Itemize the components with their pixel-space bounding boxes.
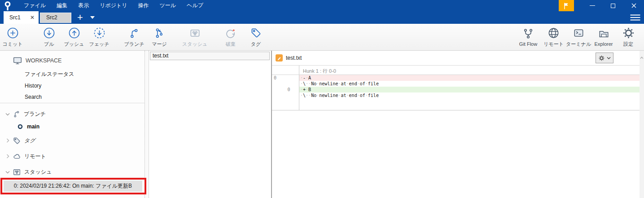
remotes-label: リモート [24,153,46,160]
tag-button[interactable]: タグ [243,24,268,50]
fetch-icon [93,27,105,40]
new-line-number: 0 [285,87,299,92]
sourcetree-logo-icon [3,0,13,11]
chevron-down-icon[interactable] [5,170,10,174]
chevron-down-icon[interactable] [5,112,10,116]
diff-hunk-block: Hunk 1 : 行 0-0 0 0 ·-·A ·\··No·newline·a… [272,66,640,110]
settings-button[interactable]: 設定 [616,24,640,50]
sidebar: WORKSPACE ファイルステータス History Search ブランチ … [0,51,145,198]
menu-repository[interactable]: リポジトリ [94,0,132,11]
stash-button[interactable]: スタッシュ [182,24,207,50]
pull-button[interactable]: プル [36,24,61,50]
tag-icon [13,136,21,145]
tab-src1[interactable]: Src1 ✕ [4,11,39,24]
commit-label: コミット [2,41,22,48]
chevron-right-icon[interactable] [5,154,10,158]
push-label: プッシュ [64,41,84,48]
sidebar-item-search[interactable]: Search [0,92,145,101]
menu-file[interactable]: ファイル [18,0,51,11]
search-label: Search [25,94,42,100]
old-line-number [272,92,285,98]
maximize-button[interactable] [603,0,623,11]
workspace-label: WORKSPACE [26,57,61,64]
minimize-button[interactable] [582,0,603,11]
sidebar-section-stashes[interactable]: スタッシュ [0,167,145,176]
hunk-gutter-spacer [272,66,299,75]
terminal-button[interactable]: ターミナル [566,24,591,50]
fetch-button[interactable]: フェッチ [87,24,112,50]
old-line-number [272,81,285,87]
diff-lines: ·-·A ·\··No·newline·at·end·of·file ·+·B … [299,75,640,110]
old-line-number: 0 [272,75,285,81]
new-line-number [285,75,299,81]
commit-icon [7,27,19,40]
settings-label: 設定 [623,41,633,48]
stash-entry[interactable]: 0: 2024/02/19 21:26:42: On main: ファイル更新B [4,180,142,192]
cloud-icon [13,152,21,161]
close-window-button[interactable] [623,0,644,11]
tab-close-icon[interactable]: ✕ [30,15,35,20]
sidebar-branch-main[interactable]: main [0,122,145,131]
sidebar-splitter[interactable] [145,51,149,198]
notification-flag-button[interactable] [559,0,574,11]
sidebar-section-tags[interactable]: タグ [0,136,145,145]
tags-label: タグ [24,137,35,145]
menu-view[interactable]: 表示 [73,0,94,11]
stash-entry-label: 0: 2024/02/19 21:26:42: On main: ファイル更新B [14,182,132,190]
tab-list-dropdown-icon[interactable] [90,16,95,19]
menu-help[interactable]: ヘルプ [181,0,209,11]
discard-button[interactable]: 破棄 [218,24,243,50]
sidebar-section-branches[interactable]: ブランチ [0,110,145,119]
scroll-up-icon[interactable] [640,53,644,61]
new-line-number [285,92,299,98]
branches-label: ブランチ [24,110,46,118]
sidebar-workspace-header[interactable]: WORKSPACE [0,56,145,65]
menu-edit[interactable]: 編集 [51,0,73,11]
diff-file-header: test.txt [272,51,640,66]
folder-icon [598,27,610,40]
sidebar-item-file-status[interactable]: ファイルステータス [0,70,145,79]
new-tab-button[interactable]: + [77,13,83,22]
tag-label: タグ [251,41,261,48]
stash-icon [189,27,201,40]
file-list-item[interactable]: test.txt [150,52,270,60]
remote-button[interactable]: リモート [541,24,566,50]
merge-button[interactable]: マージ [147,24,172,50]
stash-label: スタッシュ [182,41,207,48]
globe-icon [548,27,560,40]
new-line-number [285,81,299,87]
diff-scrollbar[interactable] [640,51,644,198]
gear-icon [599,55,605,61]
menu-tools[interactable]: ツール [154,0,182,11]
push-icon [68,27,80,40]
tab-src2[interactable]: Src2 [40,13,71,23]
menu-actions[interactable]: 操作 [133,0,154,11]
diff-file-name: test.txt [286,55,302,61]
hamburger-menu-icon[interactable] [630,13,641,24]
explorer-button[interactable]: Explorer [591,24,616,50]
old-line-number [272,87,285,92]
diff-line-no-newline: ·\··No·newline·at·end·of·file [299,92,640,98]
terminal-label: ターミナル [566,41,591,48]
sidebar-item-history[interactable]: History [0,81,145,90]
modified-file-icon [276,54,283,62]
diff-line-removed: ·-·A [299,75,640,81]
branch-icon [128,27,140,40]
commit-button[interactable]: コミット [0,24,25,50]
pull-label: プル [44,41,54,48]
tab-bar: Src1 ✕ Src2 + [0,11,644,24]
content-area: WORKSPACE ファイルステータス History Search ブランチ … [0,51,644,198]
discard-label: 破棄 [226,41,236,48]
branch-icon [13,110,21,118]
diff-options-button[interactable] [596,53,613,63]
tab-src2-label: Src2 [46,14,57,21]
sidebar-section-remotes[interactable]: リモート [0,152,145,161]
push-button[interactable]: プッシュ [61,24,87,50]
chevron-right-icon[interactable] [5,138,10,143]
stash-box-icon [13,168,21,176]
fetch-label: フェッチ [89,41,109,48]
branch-button[interactable]: ブランチ [122,24,147,50]
gitflow-label: Git Flow [519,41,537,47]
toolbar: コミット プル プッシュ フェッチ ブランチ [0,24,644,51]
gitflow-button[interactable]: Git Flow [515,24,541,50]
